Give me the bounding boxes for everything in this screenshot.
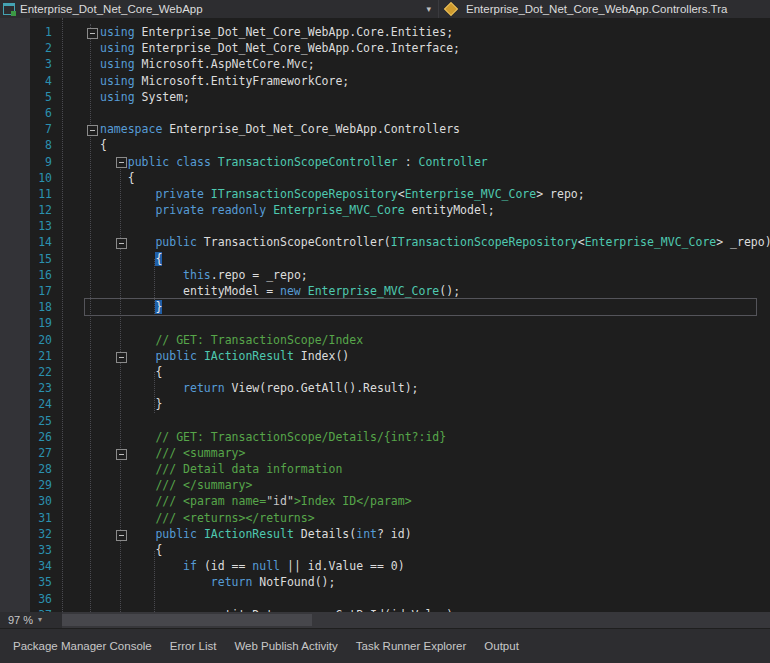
code-line: /// <returns></returns>: [100, 510, 770, 526]
panel-tab-package-manager-console[interactable]: Package Manager Console: [4, 629, 161, 663]
line-number: 20: [0, 332, 52, 348]
panel-tab-task-runner-explorer[interactable]: Task Runner Explorer: [347, 629, 476, 663]
line-number: 30: [0, 493, 52, 509]
line-number: 32: [0, 526, 52, 542]
fold-collapse-icon[interactable]: [87, 28, 98, 39]
code-line: return NotFound();: [100, 574, 770, 590]
code-line: public IActionResult Index(): [100, 348, 770, 364]
code-line: {: [100, 542, 770, 558]
line-number: 9: [0, 154, 52, 170]
code-line: /// Detail data information: [100, 461, 770, 477]
class-icon: [444, 2, 458, 16]
scrollbar-thumb[interactable]: [62, 614, 312, 626]
line-number: 35: [0, 574, 52, 590]
code-line: // GET: TransactionScope/Index: [100, 332, 770, 348]
navigation-bar: Enterprise_Dot_Net_Core_WebApp ▾ Enterpr…: [0, 0, 770, 18]
panel-tab-bar: Package Manager ConsoleError ListWeb Pub…: [0, 628, 770, 663]
horizontal-scrollbar[interactable]: [62, 612, 770, 628]
line-number: 3: [0, 56, 52, 72]
code-line: {: [100, 364, 770, 380]
line-numbers: 1234567891011121314151617181920212223242…: [0, 24, 52, 612]
indent-guide: [90, 24, 91, 612]
line-number: 12: [0, 202, 52, 218]
line-number: 5: [0, 89, 52, 105]
fold-collapse-icon[interactable]: [116, 449, 127, 460]
line-number: 22: [0, 364, 52, 380]
code-line: /// <param name="id">Index ID</param>: [100, 493, 770, 509]
code-line: this.repo = _repo;: [100, 267, 770, 283]
line-number: 29: [0, 477, 52, 493]
visual-studio-window: Enterprise_Dot_Net_Core_WebApp ▾ Enterpr…: [0, 0, 770, 663]
code-line: using Enterprise_Dot_Net_Core_WebApp.Cor…: [100, 40, 770, 56]
member-dropdown[interactable]: Enterprise_Dot_Net_Core_WebApp.Controlle…: [438, 0, 770, 18]
panel-tab-output[interactable]: Output: [475, 629, 528, 663]
code-line: }: [100, 396, 770, 412]
csharp-project-icon: [3, 3, 15, 15]
code-line: [100, 315, 770, 331]
code-line: {: [100, 170, 770, 186]
code-line: {: [100, 251, 770, 267]
project-dropdown[interactable]: Enterprise_Dot_Net_Core_WebApp ▾: [0, 0, 438, 18]
code-line: if (id == null || id.Value == 0): [100, 558, 770, 574]
line-number: 16: [0, 267, 52, 283]
panel-tab-web-publish-activity[interactable]: Web Publish Activity: [225, 629, 346, 663]
code-line: return View(repo.GetAll().Result);: [100, 380, 770, 396]
code-line: [100, 218, 770, 234]
panel-tab-error-list[interactable]: Error List: [161, 629, 226, 663]
line-number: 19: [0, 315, 52, 331]
line-number: 33: [0, 542, 52, 558]
code-editor[interactable]: 1234567891011121314151617181920212223242…: [0, 18, 770, 612]
line-number: 6: [0, 105, 52, 121]
line-number: 13: [0, 218, 52, 234]
member-dropdown-label: Enterprise_Dot_Net_Core_WebApp.Controlle…: [466, 3, 727, 15]
line-number: 36: [0, 591, 52, 607]
line-number: 27: [0, 445, 52, 461]
code-line: [100, 413, 770, 429]
code-line: public TransactionScopeController(ITrans…: [100, 234, 770, 250]
project-dropdown-label: Enterprise_Dot_Net_Core_WebApp: [20, 3, 203, 15]
line-number: 1: [0, 24, 52, 40]
line-number: 18: [0, 299, 52, 315]
line-number: 21: [0, 348, 52, 364]
code-line: [100, 105, 770, 121]
indent-guide: [62, 18, 63, 612]
fold-collapse-icon[interactable]: [116, 352, 127, 363]
line-number: 15: [0, 251, 52, 267]
code-line: /// </summary>: [100, 477, 770, 493]
code-line: // GET: TransactionScope/Details/{int?:i…: [100, 429, 770, 445]
fold-collapse-icon[interactable]: [116, 157, 127, 168]
code-line: public class TransactionScopeController …: [100, 154, 770, 170]
code-line: }: [100, 299, 770, 315]
code-line: entityModel = new Enterprise_MVC_Core();: [100, 283, 770, 299]
fold-collapse-icon[interactable]: [116, 238, 127, 249]
code-line: public IActionResult Details(int? id): [100, 526, 770, 542]
zoom-label: 97 %: [8, 614, 33, 626]
zoom-control[interactable]: 97 % ▾: [0, 612, 62, 628]
line-number: 28: [0, 461, 52, 477]
line-number: 8: [0, 137, 52, 153]
code-line: [100, 591, 770, 607]
code-line: namespace Enterprise_Dot_Net_Core_WebApp…: [100, 121, 770, 137]
code-line: private ITransactionScopeRepository<Ente…: [100, 186, 770, 202]
line-number: 25: [0, 413, 52, 429]
code-line: /// <summary>: [100, 445, 770, 461]
line-number: 11: [0, 186, 52, 202]
line-number: 17: [0, 283, 52, 299]
line-number: 23: [0, 380, 52, 396]
line-number: 4: [0, 73, 52, 89]
code-lines: using Enterprise_Dot_Net_Core_WebApp.Cor…: [100, 24, 770, 612]
chevron-down-icon: ▾: [38, 616, 42, 624]
code-line: using Enterprise_Dot_Net_Core_WebApp.Cor…: [100, 24, 770, 40]
code-line: private readonly Enterprise_MVC_Core ent…: [100, 202, 770, 218]
line-number: 14: [0, 234, 52, 250]
line-number: 34: [0, 558, 52, 574]
fold-collapse-icon[interactable]: [87, 125, 98, 136]
line-number: 26: [0, 429, 52, 445]
line-number: 10: [0, 170, 52, 186]
line-number: 31: [0, 510, 52, 526]
code-line: using Microsoft.AspNetCore.Mvc;: [100, 56, 770, 72]
code-line: {: [100, 137, 770, 153]
chevron-down-icon: ▾: [426, 5, 431, 14]
horizontal-scrollbar-row: 97 % ▾: [0, 612, 770, 628]
fold-collapse-icon[interactable]: [116, 530, 127, 541]
